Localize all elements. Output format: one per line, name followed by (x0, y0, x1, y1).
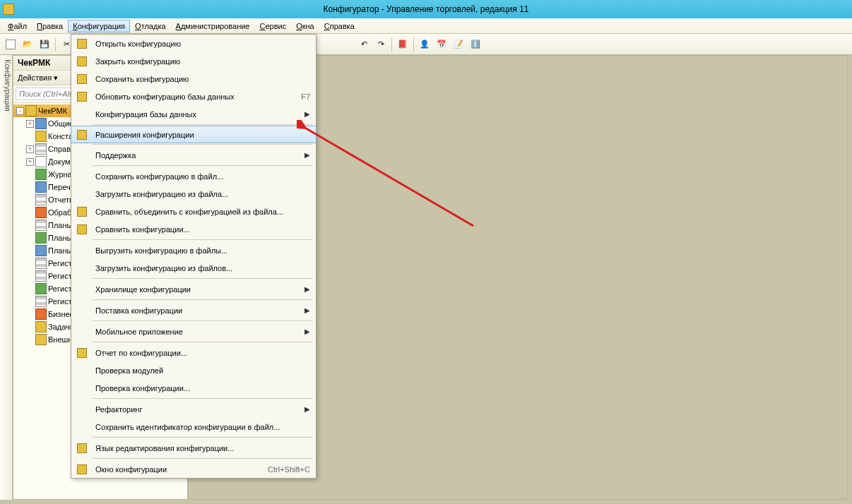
tree-node-label: Общие (48, 119, 73, 128)
tree-expander (26, 260, 34, 268)
tree-expander[interactable]: + (26, 120, 34, 128)
tree-expander[interactable]: - (16, 107, 24, 115)
menu-item[interactable]: Рефакторинг▶ (71, 400, 316, 418)
menu-item-label: Проверка конфигурации... (95, 384, 310, 392)
menu-separator (93, 144, 313, 145)
tree-node-icon (35, 258, 47, 269)
tree-node-icon (35, 270, 47, 282)
menu-item-label: Поддержка (95, 151, 299, 160)
tree-expander (26, 209, 34, 217)
menu-separator (93, 320, 313, 321)
menu-item[interactable]: Проверка конфигурации... (71, 379, 316, 397)
menu-item[interactable]: Обновить конфигурацию базы данныхF7 (71, 88, 316, 105)
tree-expander (26, 247, 34, 255)
new-icon[interactable] (3, 37, 18, 52)
menu-item[interactable]: Сохранить конфигурацию (71, 70, 316, 88)
tree-expander (26, 336, 34, 344)
menu-item-label: Мобильное приложение (95, 328, 299, 336)
calendar-icon[interactable]: 📅 (434, 37, 449, 52)
menu-item[interactable]: Сохранить конфигурацию в файл... (71, 167, 316, 185)
book-icon[interactable]: 📕 (395, 37, 410, 52)
tree-node-label: Регист (48, 272, 72, 280)
tree-node-icon (25, 105, 37, 116)
undo-icon[interactable]: ↶ (356, 37, 372, 52)
menu-item-label: Язык редактирования конфигурации... (95, 444, 310, 452)
menu-item-icon (74, 464, 90, 474)
tree-node-icon (35, 207, 47, 218)
menu-separator (93, 342, 313, 342)
tree-node-label: Конста (48, 132, 73, 140)
menu-item[interactable]: Мобильное приложение▶ (71, 323, 316, 340)
menu-item[interactable]: Сравнить, объединить с конфигурацией из … (71, 203, 316, 220)
menu-item-shortcut: F7 (301, 92, 310, 101)
menu-item[interactable]: Хранилище конфигурации▶ (71, 280, 316, 298)
tree-node-label: Регист (48, 297, 72, 306)
submenu-arrow-icon: ▶ (304, 110, 310, 118)
tree-expander (26, 196, 34, 204)
redo-icon[interactable]: ↷ (373, 37, 389, 52)
tree-expander[interactable]: + (26, 158, 34, 166)
menu-item[interactable]: Выгрузить конфигурацию в файлы... (71, 241, 316, 259)
menu-item[interactable]: Язык редактирования конфигурации... (71, 439, 316, 457)
menu-item[interactable]: Файл (3, 20, 32, 32)
tree-node-icon (35, 169, 47, 180)
menu-item[interactable]: Правка (32, 20, 68, 32)
tree-expander (26, 171, 34, 179)
menu-item[interactable]: Сохранить идентификатор конфигурации в ф… (71, 418, 316, 436)
menu-separator (93, 398, 313, 399)
menu-item-label: Проверка модулей (95, 366, 310, 375)
menu-item-label: Поставка конфигурации (95, 306, 299, 315)
tree-expander[interactable]: + (26, 145, 34, 153)
menu-item-label: Сохранить идентификатор конфигурации в ф… (95, 423, 310, 431)
menu-item-label: Отчет по конфигурации... (95, 349, 310, 357)
window-title: Конфигуратор - Управление торговлей, ред… (323, 4, 528, 14)
submenu-arrow-icon: ▶ (304, 306, 310, 314)
tree-node-icon (35, 194, 47, 205)
menubar: ФайлПравкаКонфигурацияОтладкаАдминистрир… (0, 18, 852, 34)
menu-item[interactable]: Отчет по конфигурации... (71, 344, 316, 361)
menu-item[interactable]: Открыть конфигурацию (71, 35, 316, 52)
menu-item[interactable]: Расширения конфигурации (71, 126, 316, 143)
menu-item[interactable]: Конфигурация (68, 20, 130, 32)
menu-item-label: Сравнить конфигурации... (95, 225, 310, 234)
submenu-arrow-icon: ▶ (304, 285, 310, 293)
doc-icon[interactable]: 📝 (451, 37, 466, 52)
menu-item[interactable]: Сравнить конфигурации... (71, 220, 316, 238)
menu-item[interactable]: Отладка (130, 20, 171, 32)
tree-expander (26, 133, 34, 140)
tree-node-label: Журна (48, 170, 72, 179)
open-icon[interactable]: 📂 (20, 37, 35, 52)
menu-item-icon (74, 92, 90, 102)
menu-item[interactable]: Окно конфигурацииCtrl+Shift+C (71, 460, 316, 478)
menu-item[interactable]: Поддержка▶ (71, 146, 316, 164)
menu-item-label: Закрыть конфигурацию (95, 57, 310, 66)
menu-item-label: Расширения конфигурации (95, 131, 310, 139)
tree-node-icon (35, 220, 47, 231)
menu-item-label: Окно конфигурации (95, 465, 262, 474)
tree-node-label: ЧекРМК (38, 107, 67, 115)
menu-item[interactable]: Закрыть конфигурацию (71, 52, 316, 70)
menu-separator (93, 437, 313, 438)
info-icon[interactable]: ℹ️ (468, 37, 483, 52)
menu-item-icon (74, 207, 90, 217)
menu-item[interactable]: Справка (319, 20, 360, 32)
menu-separator (93, 165, 313, 166)
save-icon[interactable]: 💾 (37, 37, 52, 52)
user-icon[interactable]: 👤 (417, 37, 432, 52)
tree-expander (26, 285, 34, 293)
menu-item[interactable]: Конфигурация базы данных▶ (71, 105, 316, 123)
menu-item[interactable]: Загрузить конфигурацию из файлов... (71, 259, 316, 277)
menu-item[interactable]: Окна (291, 20, 319, 32)
menu-item[interactable]: Проверка модулей (71, 361, 316, 379)
menu-item-icon (74, 39, 90, 49)
tree-node-icon (35, 131, 47, 142)
menu-item[interactable]: Поставка конфигурации▶ (71, 301, 316, 319)
menu-item-label: Конфигурация базы данных (95, 110, 299, 119)
menu-item[interactable]: Загрузить конфигурацию из файла... (71, 185, 316, 203)
tree-expander (26, 234, 34, 242)
sidebar-vertical-tab[interactable]: Конфигурация (0, 55, 13, 500)
submenu-arrow-icon: ▶ (304, 405, 310, 413)
menu-item[interactable]: Администрирование (171, 20, 255, 32)
tree-expander (26, 222, 34, 229)
menu-item[interactable]: Сервис (254, 20, 291, 32)
